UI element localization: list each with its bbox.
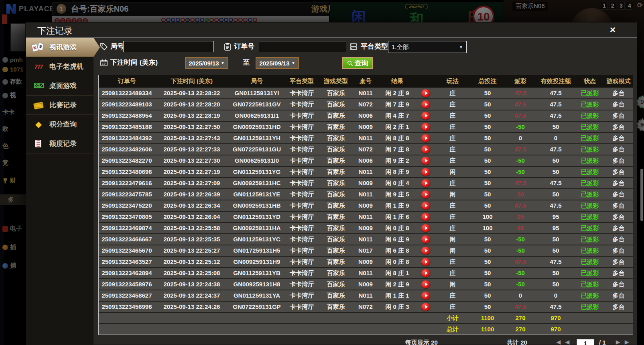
cell-platform: 卡卡湾厅 — [285, 189, 319, 200]
play-result-button[interactable] — [421, 190, 430, 198]
sidebar-item-dice[interactable]: ⚄⚂桌面游戏 — [26, 76, 93, 96]
order-input[interactable] — [259, 41, 346, 52]
next-page-icon[interactable]: ▶ — [616, 339, 620, 345]
play-result-button[interactable] — [421, 213, 430, 221]
cell-payout: 0 — [505, 290, 536, 301]
cell-time: 2025-09-13 22:28:19 — [155, 110, 229, 121]
cell-time: 2025-09-13 22:25:58 — [155, 223, 229, 233]
table-row: 2509132234708052025-09-13 22:26:04GN0112… — [99, 211, 633, 222]
play-result-button[interactable] — [421, 112, 430, 120]
cell-platform: 卡卡湾厅 — [285, 88, 319, 98]
sidebar-item-slot[interactable]: 777电子老虎机 — [26, 57, 93, 76]
cell-game: 百家乐 — [319, 302, 353, 312]
page-number-input[interactable]: 1 — [577, 339, 594, 345]
cell-status: 已派彩 — [575, 99, 604, 110]
subtotal-row: 小计1100270970 — [99, 312, 633, 323]
sidebar-item-quota[interactable]: 额度记录 — [26, 134, 93, 153]
cell-order: 250913223458627 — [99, 290, 155, 301]
cell-mode: 多台 — [604, 268, 633, 278]
play-icon — [425, 170, 428, 174]
play-icon — [425, 136, 428, 140]
cell-status: 已派彩 — [575, 200, 604, 211]
prev-page-icon[interactable]: ◀ — [565, 339, 569, 345]
play-result-button[interactable] — [421, 157, 430, 165]
cell-valid: 95 — [536, 223, 575, 233]
sidebar-item-match[interactable]: 比赛记录 — [26, 96, 93, 115]
records-table: 订单号下注时间 (美东)局号平台类型游戏类型桌号结果玩法总投注派彩有效投注额状态… — [98, 75, 633, 335]
round-input[interactable] — [123, 41, 214, 52]
cell-total: 100 — [470, 223, 505, 233]
last-page-icon[interactable]: ▶ — [625, 339, 629, 345]
cell-play — [416, 223, 435, 233]
play-result-button[interactable] — [421, 168, 430, 176]
grand-total-row-time — [155, 324, 229, 335]
cell-time: 2025-09-13 22:27:50 — [155, 122, 229, 132]
play-result-button[interactable] — [421, 303, 430, 311]
close-icon[interactable]: ✕ — [609, 25, 616, 35]
play-result-button[interactable] — [421, 100, 430, 108]
play-result-button[interactable] — [421, 202, 430, 210]
cell-mode: 多台 — [604, 223, 633, 233]
play-result-button[interactable] — [421, 247, 430, 255]
playing-cards-icon: K9 — [31, 41, 46, 53]
table-row: 2509132234628942025-09-13 22:25:08GN0112… — [99, 267, 633, 278]
play-result-button[interactable] — [421, 123, 430, 131]
scrollbar[interactable] — [640, 169, 643, 221]
play-result-button[interactable] — [421, 179, 430, 187]
cell-status: 已派彩 — [575, 133, 604, 143]
play-result-button[interactable] — [421, 235, 430, 243]
play-result-button[interactable] — [421, 292, 430, 300]
table-row: 2509132234822702025-09-13 22:27:30GN0062… — [99, 155, 633, 166]
cell-game: 百家乐 — [319, 257, 353, 267]
cell-table: N006 — [353, 155, 378, 166]
first-page-icon[interactable]: ◀ — [557, 339, 561, 345]
cell-status: 已派彩 — [575, 268, 604, 278]
cell-round: GN011259131YC — [229, 234, 285, 245]
cell-order: 250913223489103 — [99, 99, 155, 110]
cell-game: 百家乐 — [319, 178, 353, 188]
cell-table: N011 — [353, 88, 378, 98]
play-result-button[interactable] — [421, 224, 430, 232]
modal-title-bar: 下注记录 ✕ — [26, 22, 637, 38]
cell-game: 百家乐 — [319, 290, 353, 301]
cell-play — [416, 88, 435, 98]
table-row: 2509132234698742025-09-13 22:25:58GN0092… — [99, 222, 633, 233]
cell-play — [416, 212, 435, 222]
cell-valid: 50 — [536, 189, 575, 200]
col-header-platform: 平台类型 — [285, 75, 319, 87]
cell-time: 2025-09-13 22:27:33 — [155, 144, 229, 155]
search-button[interactable]: 查询 — [342, 57, 373, 69]
play-icon — [425, 226, 428, 230]
page-of-label: / 1 — [599, 339, 606, 345]
cell-game: 百家乐 — [319, 144, 353, 155]
cell-payout: 47.5 — [505, 144, 536, 155]
play-result-button[interactable] — [421, 134, 430, 142]
ticket-icon — [31, 99, 46, 111]
cell-mode: 多台 — [604, 133, 633, 143]
cell-table: N072 — [353, 302, 378, 312]
play-result-button[interactable] — [421, 145, 430, 153]
sidebar-item-points[interactable]: ◆积分查询 — [26, 115, 93, 134]
play-result-button[interactable] — [421, 280, 430, 288]
cell-time: 2025-09-13 22:25:08 — [155, 268, 229, 278]
cell-table: N011 — [353, 290, 378, 301]
cell-round: GN006259131I1 — [229, 110, 285, 121]
subtotal-row-result — [378, 313, 416, 323]
sidebar-item-video[interactable]: K9视讯游戏 — [26, 38, 100, 57]
cell-payout: -50 — [505, 167, 536, 177]
table-row: 2509132234757852025-09-13 22:26:39GN0112… — [99, 188, 633, 200]
cell-payout: 50 — [505, 189, 536, 200]
play-result-button[interactable] — [421, 258, 430, 266]
play-result-button[interactable] — [421, 89, 430, 97]
grand-total-row: 总计1100270970 — [99, 323, 633, 335]
play-result-button[interactable] — [421, 269, 430, 277]
date-to-picker[interactable]: 2025/09/13 ▼ — [256, 57, 299, 69]
cell-bet: 庄 — [435, 200, 470, 211]
platform-select[interactable]: 1.全部 ▼ — [388, 41, 467, 53]
date-from-picker[interactable]: 2025/09/13 ▼ — [185, 57, 228, 69]
cell-play — [416, 302, 435, 312]
cell-platform: 卡卡湾厅 — [285, 144, 319, 155]
cell-order: 250913223482270 — [99, 155, 155, 166]
date-to-value: 2025/09/13 — [260, 60, 290, 67]
col-header-table: 桌号 — [353, 75, 378, 87]
